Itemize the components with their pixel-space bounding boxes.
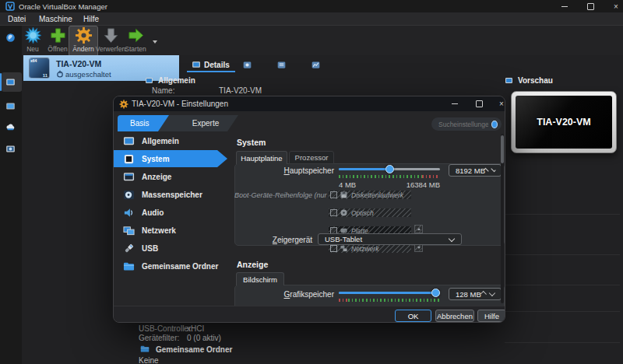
shared-folder-icon bbox=[123, 261, 135, 272]
display-icon bbox=[123, 171, 135, 183]
search-settings-input[interactable] bbox=[431, 121, 491, 128]
pointer-device-value: USB-Tablet bbox=[319, 235, 449, 243]
preview-vm-name: TIA-V20-VM bbox=[537, 117, 590, 128]
memory-spinbox[interactable]: 8192 MB bbox=[449, 164, 502, 177]
boot-item-optical[interactable]: Optisch bbox=[329, 208, 411, 217]
ok-button[interactable]: OK bbox=[395, 310, 431, 322]
dialog-title: TIA-V20-VM - Einstellungen bbox=[132, 100, 228, 108]
close-button[interactable]: × bbox=[604, 0, 623, 12]
maximize-button[interactable] bbox=[579, 0, 602, 12]
search-icon bbox=[491, 121, 498, 128]
vram-slider-ticks bbox=[339, 299, 440, 302]
toolbar-new-label: Neu bbox=[26, 45, 39, 53]
menu-hilfe[interactable]: Hilfe bbox=[83, 13, 99, 24]
logs-icon[interactable] bbox=[277, 61, 286, 69]
details-separator bbox=[505, 254, 620, 255]
toolbar-settings-label: Ändern bbox=[72, 45, 93, 53]
power-state-icon bbox=[56, 70, 64, 78]
vm-status: ausgeschaltet bbox=[65, 70, 111, 79]
boot-order-label: Boot-Geräte-Reihenfolge (nur BIOS) bbox=[234, 191, 334, 199]
dialog-maximize-button[interactable] bbox=[469, 96, 489, 111]
dialog-nav-audio[interactable]: Audio bbox=[114, 204, 216, 221]
general-monitor-icon bbox=[123, 135, 135, 147]
boot-item-network[interactable]: Netzwerk bbox=[329, 244, 411, 253]
details-separator bbox=[505, 214, 620, 215]
monitor-icon[interactable] bbox=[5, 101, 16, 111]
new-starburst-icon bbox=[24, 26, 42, 44]
boot-floppy-checkbox[interactable] bbox=[330, 191, 337, 198]
toolbar-open-label: Öffnen bbox=[48, 45, 67, 53]
tab-experte[interactable]: Experte bbox=[159, 115, 238, 131]
memory-label: Hauptspeicher bbox=[254, 166, 334, 175]
toolbar-new-button[interactable]: Neu bbox=[19, 26, 47, 56]
dialog-minimize-button[interactable] bbox=[445, 96, 465, 111]
dialog-titlebar: TIA-V20-VM - Einstellungen × bbox=[114, 96, 505, 111]
media-icon[interactable] bbox=[5, 144, 16, 154]
cancel-button[interactable]: Abbrechen bbox=[435, 310, 474, 322]
memory-slider[interactable] bbox=[339, 165, 440, 173]
dialog-nav-usb[interactable]: USB bbox=[114, 240, 216, 257]
dialog-nav-anzeige[interactable]: Anzeige bbox=[114, 168, 216, 185]
vm-os-icon: x64 11 bbox=[29, 58, 50, 79]
floppy-icon bbox=[340, 191, 347, 198]
menu-datei[interactable]: Datei bbox=[8, 13, 26, 24]
dropdown-chevron-icon bbox=[449, 235, 455, 241]
dialog-nav-gemeinsame-ordner[interactable]: Gemeinsame Ordner bbox=[114, 257, 216, 275]
tab-hauptplatine[interactable]: Hauptplatine bbox=[236, 151, 287, 164]
search-settings-box[interactable] bbox=[431, 117, 502, 131]
preview-heading: Vorschau bbox=[518, 76, 553, 85]
vram-slider-handle[interactable] bbox=[431, 289, 440, 297]
start-arrow-icon bbox=[127, 26, 145, 44]
vram-slider[interactable] bbox=[339, 289, 440, 297]
memory-max: 16384 MB bbox=[385, 180, 440, 189]
dialog-nav-allgemein[interactable]: Allgemein bbox=[114, 132, 216, 149]
vm-list-item[interactable]: x64 11 TIA-V20-VM ausgeschaltet bbox=[23, 55, 179, 81]
memory-spin-down-icon[interactable] bbox=[491, 167, 495, 172]
dialog-nav-massenspeicher[interactable]: Massenspeicher bbox=[114, 186, 216, 203]
up-arrow-icon bbox=[417, 228, 421, 230]
activity-icon[interactable] bbox=[312, 61, 320, 69]
dialog-nav-netzwerk[interactable]: Netzwerk bbox=[114, 222, 216, 239]
tab-details[interactable]: Details bbox=[204, 61, 230, 69]
cloud-icon[interactable] bbox=[5, 122, 16, 132]
snapshots-icon[interactable] bbox=[243, 61, 252, 69]
details-tab-underline bbox=[187, 71, 235, 72]
boot-network-checkbox[interactable] bbox=[330, 245, 337, 252]
dialog-close-button[interactable]: × bbox=[491, 96, 505, 111]
toolbar-start-label: Starten bbox=[125, 45, 146, 53]
tab-prozessor[interactable]: Prozessor bbox=[289, 151, 334, 164]
pointer-device-dropdown[interactable]: USB-Tablet bbox=[318, 233, 462, 245]
dialog-nav-system[interactable]: System bbox=[114, 150, 227, 167]
vm-name-label: Name: bbox=[152, 86, 174, 95]
usb-controller-value: xHCI bbox=[187, 324, 204, 333]
vram-label: Grafikspeicher bbox=[254, 290, 334, 299]
toolbar-discard-button[interactable]: Verwerfen bbox=[97, 26, 125, 56]
boot-optical-checkbox[interactable] bbox=[330, 209, 337, 216]
device-filter-value: 0 (0 aktiv) bbox=[187, 334, 221, 342]
shared-folders-heading: Gemeinsame Ordner bbox=[156, 345, 232, 354]
help-button[interactable]: Hilfe bbox=[477, 310, 505, 322]
boot-item-floppy[interactable]: Diskettenlaufwerk bbox=[329, 191, 411, 199]
vram-spin-down-icon[interactable] bbox=[489, 290, 495, 296]
usb-controller-label: USB-Controller: bbox=[139, 324, 193, 333]
details-separator bbox=[505, 342, 620, 343]
minimize-button[interactable] bbox=[553, 0, 576, 12]
home-icon[interactable] bbox=[5, 33, 16, 43]
start-dropdown-caret-icon[interactable] bbox=[153, 40, 157, 44]
virtualbox-manager-window: Oracle VirtualBox Manager × Datei Maschi… bbox=[0, 0, 623, 364]
machines-icon[interactable] bbox=[5, 77, 16, 87]
toolbar-settings-button[interactable]: Ändern bbox=[69, 26, 98, 57]
memory-slider-handle[interactable] bbox=[385, 165, 394, 173]
menu-maschine[interactable]: Maschine bbox=[39, 13, 72, 24]
system-page-heading: System bbox=[237, 138, 266, 147]
usb-plug-icon bbox=[123, 243, 135, 254]
tab-bildschirm[interactable]: Bildschirm bbox=[236, 272, 284, 285]
vram-spinbox[interactable]: 128 MB bbox=[449, 288, 502, 300]
system-chip-icon bbox=[123, 153, 135, 165]
optical-disc-icon bbox=[340, 209, 347, 216]
toolbar-open-button[interactable]: Öffnen bbox=[44, 26, 72, 56]
boot-move-up-button[interactable] bbox=[414, 225, 423, 233]
dialog-scrollbar-thumb[interactable] bbox=[501, 135, 504, 163]
toolbar-start-button[interactable]: Starten bbox=[121, 26, 150, 56]
audio-speaker-icon bbox=[123, 207, 135, 219]
